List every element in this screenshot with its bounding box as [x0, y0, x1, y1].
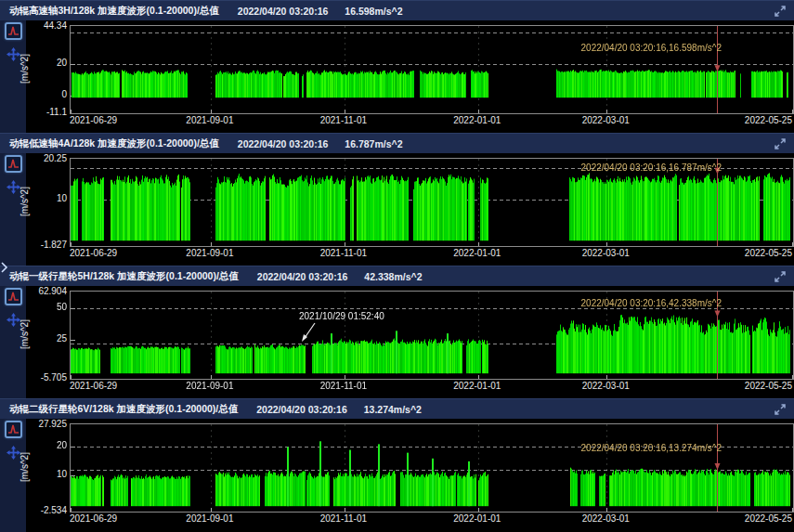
panel-title: 动辊一级行星轮5H/128k 加速度波形(0.1-20000)/总值	[9, 270, 239, 283]
cursor-value-label: 2022/04/20 03:20:16,16.787m/s^2	[581, 162, 722, 173]
panel-timestamp: 2022/04/20 03:20:16	[238, 138, 329, 149]
panel-header: 动辊一级行星轮5H/128k 加速度波形(0.1-20000)/总值 2022/…	[0, 266, 794, 286]
y-axis-max-label: 62.904	[26, 286, 67, 296]
y-tick-label: 50	[26, 302, 67, 312]
panel-header: 动辊低速轴4A/128k 加速度波形(0.1-20000)/总值 2022/04…	[0, 133, 794, 153]
panel-timestamp: 2022/04/20 03:20:16	[238, 6, 329, 17]
waveform-plot[interactable]	[70, 423, 794, 513]
y-tick-label: 10	[26, 193, 67, 203]
x-axis-labels: 2021-06-292021-09-012021-11-012022-01-01…	[70, 115, 792, 128]
y-axis-max-label: 27.925	[26, 419, 67, 429]
cursor-value-label: 2022/04/20 03:20:16,16.598m/s^2	[581, 43, 722, 53]
move-icon[interactable]	[7, 180, 20, 194]
x-tick-label: 2022-01-01	[453, 381, 501, 391]
y-axis-max-label: 20.25	[26, 153, 67, 163]
x-tick-label: 2022-01-01	[453, 248, 501, 258]
x-axis-labels: 2021-06-292021-09-012021-11-012022-01-01…	[70, 248, 792, 261]
y-tick-label: 0	[26, 89, 67, 99]
y-axis-min-label: -5.705	[26, 372, 67, 383]
y-tick-label: 20	[26, 440, 67, 450]
move-icon[interactable]	[7, 313, 20, 327]
annotation-arrow-icon	[299, 321, 318, 344]
chart-panel: 动辊一级行星轮5H/128k 加速度波形(0.1-20000)/总值 2022/…	[0, 266, 794, 398]
x-tick-label: 2022-01-01	[453, 513, 501, 524]
move-icon[interactable]	[7, 47, 20, 61]
marker-tool-button[interactable]	[5, 288, 22, 305]
y-axis-min-label: -2.534	[26, 505, 67, 515]
x-tick-label: 2022-03-01	[582, 248, 630, 258]
y-axis-max-label: 44.34	[26, 20, 67, 31]
chart-panel: 动辊低速轴4A/128k 加速度波形(0.1-20000)/总值 2022/04…	[0, 133, 794, 266]
panel-overall-value: 16.598m/s^2	[345, 6, 402, 17]
x-tick-label: 2021-11-01	[320, 513, 367, 524]
y-tick-label: 20	[26, 58, 67, 68]
x-tick-label: 2021-09-01	[186, 381, 233, 391]
chart-panel: 动辊二级行星轮6V/128k 加速度波形(0.1-20000)/总值 2022/…	[0, 398, 794, 532]
marker-tool-button[interactable]	[5, 155, 22, 173]
panel-overall-value: 13.274m/s^2	[364, 404, 422, 415]
x-tick-label: 2021-09-01	[186, 115, 233, 125]
y-tick-label: 25	[26, 333, 67, 344]
x-tick-label: 2021-06-29	[70, 248, 117, 258]
panel-overall-value: 16.787m/s^2	[345, 138, 402, 149]
expand-icon[interactable]	[774, 137, 787, 150]
panel-body: 20.25 -1.827 [m/s^2] 2022/04/20 03:20:16…	[0, 153, 794, 266]
cursor-value-label: 2022/04/20 03:20:16,13.274m/s^2	[581, 443, 722, 453]
y-axis-min-label: -11.1	[26, 107, 67, 117]
x-tick-label: 2022-05-25	[745, 381, 792, 391]
panel-title: 动辊二级行星轮6V/128k 加速度波形(0.1-20000)/总值	[9, 403, 238, 416]
x-tick-label: 2021-11-01	[320, 248, 367, 258]
x-tick-label: 2022-01-01	[453, 115, 501, 125]
panel-header: 动辊二级行星轮6V/128k 加速度波形(0.1-20000)/总值 2022/…	[0, 398, 794, 419]
waveform-plot[interactable]	[70, 25, 794, 114]
marker-tool-button[interactable]	[5, 22, 22, 40]
panel-timestamp: 2022/04/20 03:20:16	[257, 271, 348, 282]
x-tick-label: 2022-03-01	[582, 115, 630, 125]
move-icon[interactable]	[7, 446, 20, 460]
chart-panel: 动辊高速轴3H/128k 加速度波形(0.1-20000)/总值 2022/04…	[0, 0, 794, 133]
panel-title: 动辊高速轴3H/128k 加速度波形(0.1-20000)/总值	[9, 5, 219, 18]
y-axis-min-label: -1.827	[26, 240, 67, 250]
expand-icon[interactable]	[774, 403, 787, 416]
x-axis-labels: 2021-06-292021-09-012021-11-012022-01-01…	[70, 381, 792, 394]
sidebar-expand-chevron[interactable]	[0, 261, 8, 274]
x-tick-label: 2021-09-01	[186, 248, 233, 258]
x-tick-label: 2021-09-01	[186, 513, 233, 524]
x-tick-label: 2021-11-01	[320, 381, 367, 391]
x-axis-labels: 2021-06-292021-09-012021-11-012022-01-01…	[70, 513, 792, 526]
x-tick-label: 2021-06-29	[70, 513, 117, 524]
expand-icon[interactable]	[774, 5, 787, 18]
x-tick-label: 2022-05-25	[745, 248, 792, 258]
cursor-value-label: 2022/04/20 03:20:16,42.338m/s^2	[581, 298, 722, 308]
panel-header: 动辊高速轴3H/128k 加速度波形(0.1-20000)/总值 2022/04…	[0, 0, 794, 20]
panel-title: 动辊低速轴4A/128k 加速度波形(0.1-20000)/总值	[9, 137, 219, 150]
y-tick-label: 10	[26, 469, 67, 479]
x-tick-label: 2022-03-01	[582, 513, 630, 524]
x-tick-label: 2022-05-25	[745, 513, 792, 524]
panel-body: 44.34 -11.1 [m/s^2] 2022/04/20 03:20:16,…	[0, 20, 794, 133]
panel-body: 62.904 -5.705 [m/s^2] 2022/04/20 03:20:1…	[0, 286, 794, 398]
x-tick-label: 2021-11-01	[320, 115, 367, 125]
x-tick-label: 2021-06-29	[70, 381, 117, 391]
x-tick-label: 2021-06-29	[70, 115, 117, 125]
x-tick-label: 2022-03-01	[582, 381, 630, 391]
expand-icon[interactable]	[774, 270, 787, 283]
vibration-monitor-app: 动辊高速轴3H/128k 加速度波形(0.1-20000)/总值 2022/04…	[0, 0, 794, 532]
panel-overall-value: 42.338m/s^2	[364, 271, 422, 282]
event-annotation: 2021/10/29 01:52:40	[299, 311, 384, 321]
marker-tool-button[interactable]	[5, 421, 22, 438]
panel-body: 27.925 -2.534 [m/s^2] 2022/04/20 03:20:1…	[0, 419, 794, 532]
x-tick-label: 2022-05-25	[745, 115, 792, 125]
panel-timestamp: 2022/04/20 03:20:16	[256, 404, 347, 415]
